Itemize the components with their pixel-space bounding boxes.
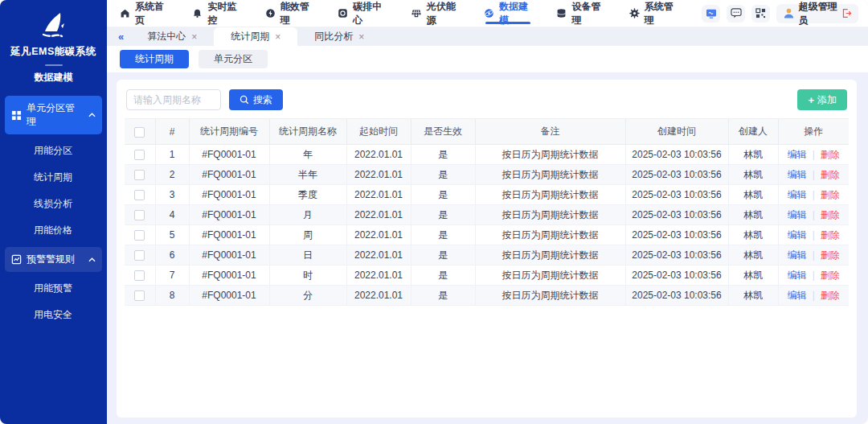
sidebar-item-statistical-period[interactable]: 统计周期	[5, 164, 102, 191]
tab-statistical-period[interactable]: 统计周期 ×	[214, 27, 297, 46]
header-actions: 操作	[778, 119, 849, 145]
cell-select	[125, 266, 155, 286]
action-divider: |	[813, 249, 815, 261]
nav-item-system-home[interactable]: 系统首页	[120, 0, 168, 27]
cell-start: 2022.01.01	[346, 165, 411, 185]
row-checkbox[interactable]	[134, 190, 145, 200]
delete-link[interactable]: 删除	[821, 270, 840, 281]
delete-link[interactable]: 删除	[821, 149, 840, 160]
action-divider: |	[813, 290, 815, 301]
nav-item-data-modeling[interactable]: 数据建模	[484, 0, 532, 27]
nav-item-energy-efficiency[interactable]: 能效管理	[265, 0, 313, 27]
cell-code: #FQ0001-01	[189, 205, 269, 225]
user-name: 超级管理员	[799, 0, 837, 27]
sidebar-item-energy-price[interactable]: 用能价格	[5, 217, 102, 244]
sidebar-item-energy-partition[interactable]: 用能分区	[5, 138, 102, 164]
cell-code: #FQ0001-01	[189, 185, 269, 205]
cell-effective: 是	[411, 145, 475, 165]
delete-link[interactable]: 删除	[821, 229, 840, 241]
action-divider: |	[813, 189, 815, 200]
table-row: 7#FQ0001-01时2022.01.01是按日历为周期统计数据2025-02…	[125, 266, 849, 286]
nav-item-pv-energy[interactable]: 光伏能源	[411, 0, 460, 27]
cell-index: 6	[155, 245, 189, 266]
cell-remark: 按日历为周期统计数据	[475, 165, 625, 185]
cell-select	[125, 145, 155, 165]
header-select-all	[125, 119, 155, 145]
screen-tool-button[interactable]	[702, 5, 720, 23]
cell-creator: 林凯	[728, 266, 778, 286]
header-code: 统计周期编号	[189, 119, 269, 145]
header-created: 创建时间	[625, 119, 728, 145]
cell-select	[125, 185, 155, 205]
row-checkbox[interactable]	[134, 250, 145, 261]
row-checkbox[interactable]	[134, 270, 145, 281]
qrcode-tool-button[interactable]	[751, 5, 770, 23]
message-tool-button[interactable]	[727, 5, 745, 23]
edit-link[interactable]: 编辑	[788, 229, 807, 241]
tab-algorithm-center[interactable]: 算法中心 ×	[130, 27, 214, 46]
cell-creator: 林凯	[728, 165, 778, 185]
chevron-up-icon	[88, 113, 96, 117]
tab-yoy-analysis[interactable]: 同比分析 ×	[297, 27, 381, 46]
sidebar-item-line-loss[interactable]: 线损分析	[5, 191, 102, 217]
edit-link[interactable]: 编辑	[788, 209, 807, 220]
toggle-statistical-period[interactable]: 统计周期	[120, 50, 189, 68]
row-checkbox[interactable]	[134, 150, 145, 160]
edit-link[interactable]: 编辑	[788, 169, 807, 180]
cell-name: 分	[269, 286, 346, 306]
cell-name: 周	[269, 225, 346, 245]
cell-created: 2025-02-03 10:03:56	[625, 205, 728, 225]
select-all-checkbox[interactable]	[134, 127, 145, 138]
nav-item-carbon-center[interactable]: 碳排中心	[338, 0, 386, 27]
search-button[interactable]: 搜索	[229, 89, 283, 110]
sidebar-group-unit-partition[interactable]: 单元分区管理	[5, 96, 102, 134]
cell-start: 2022.01.01	[346, 266, 411, 286]
sidebar-item-power-safety[interactable]: 用电安全	[5, 302, 102, 328]
edit-link[interactable]: 编辑	[788, 149, 807, 160]
delete-link[interactable]: 删除	[821, 189, 840, 200]
tab-bar: « 算法中心 × 统计周期 × 同比分析 ×	[107, 27, 868, 46]
search-input[interactable]	[126, 89, 221, 110]
nav-label: 实时监控	[207, 0, 240, 27]
row-checkbox[interactable]	[134, 290, 145, 301]
delete-link[interactable]: 删除	[821, 209, 840, 220]
nav-item-device-management[interactable]: 设备管理	[556, 0, 604, 27]
user-menu[interactable]: 超级管理员	[776, 4, 858, 23]
cell-select	[125, 225, 155, 245]
sidebar-item-energy-alert[interactable]: 用能预警	[5, 275, 102, 302]
tab-close-icon[interactable]: ×	[275, 32, 280, 42]
row-checkbox[interactable]	[134, 170, 145, 180]
row-checkbox[interactable]	[134, 210, 145, 220]
cell-actions: 编辑|删除	[778, 266, 849, 286]
grid-icon	[11, 110, 22, 121]
cell-actions: 编辑|删除	[778, 185, 849, 205]
cell-creator: 林凯	[728, 286, 778, 306]
cell-creator: 林凯	[728, 205, 778, 225]
row-checkbox[interactable]	[134, 230, 145, 241]
avatar-icon	[783, 7, 795, 19]
nav-item-realtime-monitor[interactable]: 实时监控	[192, 0, 240, 27]
nav-label: 能效管理	[280, 0, 313, 27]
cell-code: #FQ0001-01	[189, 286, 269, 306]
tab-close-icon[interactable]: ×	[191, 32, 197, 42]
add-button[interactable]: + 添加	[797, 89, 847, 110]
delete-link[interactable]: 删除	[821, 290, 840, 301]
toggle-unit-partition[interactable]: 单元分区	[199, 50, 268, 68]
delete-link[interactable]: 删除	[821, 249, 840, 261]
edit-link[interactable]: 编辑	[788, 189, 807, 200]
logout-icon[interactable]	[841, 8, 852, 19]
action-divider: |	[813, 209, 815, 220]
nav-item-system-management[interactable]: 系统管理	[629, 0, 678, 27]
tab-collapse-icon[interactable]: «	[112, 27, 130, 46]
edit-link[interactable]: 编辑	[788, 249, 807, 261]
sidebar-divider	[45, 64, 63, 66]
cell-created: 2025-02-03 10:03:56	[625, 145, 728, 165]
delete-link[interactable]: 删除	[821, 169, 840, 180]
sidebar-group-alert-rules[interactable]: 预警警规则	[5, 247, 102, 272]
edit-link[interactable]: 编辑	[788, 270, 807, 281]
tab-close-icon[interactable]: ×	[358, 32, 364, 42]
action-divider: |	[813, 149, 815, 160]
edit-link[interactable]: 编辑	[788, 290, 807, 301]
cell-index: 3	[155, 185, 189, 205]
energy-icon	[265, 8, 276, 19]
